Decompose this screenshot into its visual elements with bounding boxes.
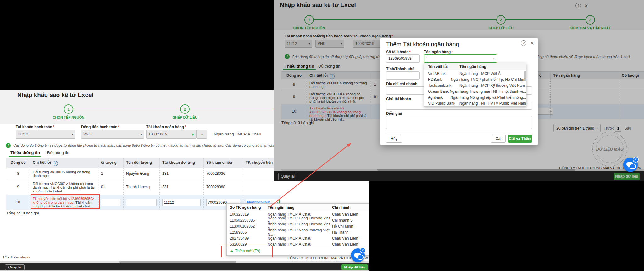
step-1-label: CHỌN TỆP NGUỒN <box>53 115 85 119</box>
cell-line-no: 10 <box>6 195 30 210</box>
dd-cell: HDBank <box>424 77 451 82</box>
dropdown-item[interactable]: VID Public Bank Ngân hàng TNHH MTV Publi… <box>424 100 526 106</box>
currency-label: Đồng tiền hạch toán* <box>81 125 119 129</box>
help-icon[interactable]: ? <box>521 40 526 46</box>
chevron-up-icon <box>493 57 495 60</box>
dd-cell: Ngân hàng TMCP phát triển Tp. Hồ Chí Min… <box>451 77 526 82</box>
step-2-num: 2 <box>184 107 186 112</box>
dd-cell: Hà Thành <box>332 230 369 235</box>
bank-name-input[interactable] <box>424 54 497 63</box>
add-bank-account-modal: Thêm Tài khoản ngân hàng ? ✕ Số tài khoả… <box>380 38 538 145</box>
dd-col-ten-nh: Tên ngân hàng <box>268 205 332 210</box>
dd-cell: Ngân hàng TMCP Kỹ thương Việt Nam <box>459 83 525 88</box>
v-scrollbar-thumb[interactable] <box>524 71 526 81</box>
chevron-down-icon <box>72 133 73 136</box>
active-tab-underline <box>9 156 41 157</box>
dropdown-item[interactable]: Ocean Bank Ngân hàng Thương mại TNHH một… <box>424 88 526 94</box>
dd-cell: Techcombank <box>424 83 459 88</box>
col-error-detail: Chi tiết lỗii <box>30 158 98 168</box>
chevron-down-icon <box>140 133 142 136</box>
save-and-add-button[interactable]: Cất và Thêm <box>508 135 532 143</box>
dropdown-item[interactable]: VietABank Ngân hàng TMCP Việt Á <box>424 70 526 76</box>
step-2-label: GHÉP DỮ LIỆU <box>172 115 197 119</box>
currency-select[interactable]: VND <box>81 130 144 139</box>
dropdown-item[interactable]: 12589665 Ngân hàng TMCP Ngoại thương Việ… <box>227 229 369 235</box>
dropdown-item[interactable]: HDBank Ngân hàng TMCP phát triển Tp. Hồ … <box>424 76 526 82</box>
bank-account-dropdown-toggle[interactable] <box>197 130 207 139</box>
tab-complete-info[interactable]: Đủ thông tin <box>47 150 69 155</box>
h-scrollbar-track[interactable] <box>0 261 369 263</box>
dropdown-header-row: Số TK ngân hàng Tên ngân hàng Chi nhánh <box>227 204 369 211</box>
step-1-num: 1 <box>67 107 69 112</box>
dropdown-item[interactable]: Agribank Ngân hàng Nông nghiệp và Phát t… <box>424 94 526 100</box>
chat-close-badge[interactable]: ✕ <box>360 247 366 253</box>
screenshot-stage: Nhập khẩu sao kê từ Excel 1 2 CHỌN TỆP N… <box>0 0 644 271</box>
dd-cell: Ocean Bank <box>424 89 450 94</box>
account-label: Tài khoản hạch toán* <box>16 125 54 129</box>
dropdown-item[interactable]: 292735489 Ngân hàng TMCP Á Châu Châu Văn… <box>227 235 369 241</box>
account-select[interactable]: 11212 <box>16 130 75 139</box>
table-row[interactable]: 9 Đối tượng <NCC001> không có trong danh… <box>6 180 281 195</box>
required-mark: * <box>118 125 119 129</box>
dd-cell: 110602358386 <box>227 218 268 223</box>
close-icon[interactable]: ✕ <box>530 41 534 46</box>
province-input[interactable] <box>386 71 420 80</box>
dd-cell: 100323319 <box>227 212 268 217</box>
cell-ma: 01 <box>98 180 123 195</box>
bank-name-hint: Ngân hàng TMCP Á Châu <box>214 132 261 136</box>
annotation-box-error <box>31 194 100 209</box>
dropdown-header-row: Tên viết tắt Tên ngân hàng <box>424 63 526 70</box>
dd-cell: VID Public Bank <box>424 101 459 106</box>
col-doi-tuong: ối tượng <box>98 158 123 168</box>
step-connector <box>73 109 181 109</box>
save-button[interactable]: Cất <box>491 135 506 143</box>
cell-tk-chuyen <box>243 180 281 195</box>
add-icon[interactable]: + <box>192 132 194 137</box>
modal-title: Thêm Tài khoản ngân hàng <box>386 41 459 48</box>
col-tk-doi-ung: Tài khoản đối ứng <box>159 158 203 168</box>
import-data-button[interactable]: Nhập dữ liệu <box>341 264 368 270</box>
ma-input[interactable] <box>101 199 120 206</box>
chevron-down-icon <box>201 133 203 136</box>
cancel-button[interactable]: Hủy <box>386 135 402 143</box>
bank-list-dropdown: Tên viết tắt Tên ngân hàng VietABank Ngâ… <box>424 63 526 107</box>
dd-cell: Ngân hàng Thương mại TNHH một thành vi..… <box>450 89 526 94</box>
cell-line-no: 9 <box>6 180 30 195</box>
dd-cell: Agribank <box>424 95 450 100</box>
chat-bubble-small-icon <box>357 255 364 260</box>
tk-input[interactable]: 11212 <box>162 199 201 206</box>
branch-address-label: Địa chỉ chi nhánh <box>386 82 417 86</box>
bank-name-label: Tên ngân hàng* <box>424 50 453 54</box>
dd-col-so-tk: Số TK ngân hàng <box>227 205 268 210</box>
dd-cell: Ngân hàng TMCP Ngoại thương Việt Nam <box>268 228 332 237</box>
bank-account-label: Tài khoản ngân hàng* <box>146 125 186 129</box>
cell-ref: 700028036 <box>203 168 243 180</box>
ten-input[interactable] <box>126 199 157 206</box>
account-number-input[interactable]: 12369595959 <box>386 54 420 63</box>
description-label: Diễn giải <box>386 111 402 116</box>
account-number-label: Số tài khoản* <box>386 50 411 54</box>
total-records: Tổng số: 3 bản ghi <box>6 211 39 215</box>
dd-cell: Chi nhánh 5 <box>332 218 369 223</box>
dropdown-item[interactable]: Techcombank Ngân hàng TMCP Kỹ thương Việ… <box>424 82 526 88</box>
chat-close-badge[interactable]: ✕ <box>633 157 639 163</box>
info-icon: i <box>6 143 11 148</box>
dd-cell: Ngân hàng TNHH MTV Public Việt Nam <box>459 101 526 106</box>
description-textarea[interactable] <box>386 116 532 129</box>
bank-account-select[interactable]: 100323319+ <box>146 130 197 139</box>
h-scrollbar-thumb[interactable] <box>119 261 236 263</box>
step-1-circle: 1 <box>64 104 73 114</box>
chat-support-icon[interactable]: ✕ <box>623 158 638 172</box>
table-header-row: Dòng số Chi tiết lỗii ối tượng Tên đối t… <box>6 158 281 168</box>
chat-support-icon[interactable]: ✕ <box>351 248 365 262</box>
annotation-box-add-new <box>221 246 273 257</box>
account-owner-label: Chủ tài khoản <box>386 97 411 101</box>
dd-cell: Châu Văn Liêm <box>332 242 369 246</box>
cell-tk-input-wrap: 11212 <box>159 195 203 210</box>
step-2-circle: 2 <box>180 104 190 114</box>
footer-bar <box>0 263 369 270</box>
back-button[interactable]: Quay lại <box>5 264 25 270</box>
table-row[interactable]: 8 Đối tượng <KH001> không có trong danh … <box>6 168 281 180</box>
tab-missing-info[interactable]: Thiếu thông tin <box>10 150 40 155</box>
cell-ten: Nguyễn Đăng <box>123 168 159 180</box>
